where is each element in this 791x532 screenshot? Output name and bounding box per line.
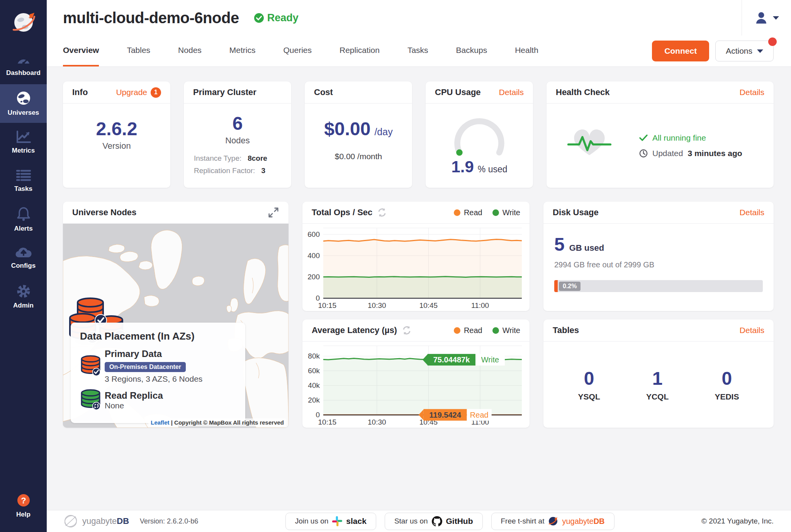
tab-backups[interactable]: Backups: [456, 36, 487, 66]
disk-percent-label: 0.2%: [559, 282, 581, 291]
github-link[interactable]: Star us on GitHub: [385, 513, 483, 530]
replica-db-icon: [80, 389, 102, 411]
help-icon: ?: [16, 493, 31, 508]
data-placement-panel: Data Placement (In AZs): [71, 323, 245, 423]
sidebar-item-universes[interactable]: Universes: [0, 84, 47, 123]
primary-data-row: Primary Data On-Premises Datacenter 3 Re…: [80, 348, 236, 384]
globe-icon: [16, 90, 31, 106]
svg-text:11:00: 11:00: [471, 301, 489, 309]
chart-legend: Read Write: [454, 208, 520, 217]
tasks-list-icon: [16, 169, 31, 182]
sidebar-item-label: Universes: [8, 109, 39, 117]
card-title: Disk Usage: [553, 207, 599, 218]
footer: yugabyteDB Version: 2.6.2.0-b6 Join us o…: [47, 510, 791, 532]
tab-overview[interactable]: Overview: [63, 36, 99, 66]
write-dot: [492, 327, 499, 334]
sidebar-item-tasks[interactable]: Tasks: [0, 161, 47, 200]
app-window: Dashboard Universes Metrics: [0, 0, 791, 532]
primary-cluster-card: Primary Cluster 6 Nodes Instance Type: 8…: [184, 82, 291, 188]
upgrade-count-badge: 1: [151, 87, 161, 98]
cpu-percent: 1.9: [451, 158, 474, 176]
avg-latency-card: Average Latency (µs) Read Wr: [302, 320, 530, 428]
disk-free-text: 2994 GB free out of 2999 GB: [554, 260, 654, 269]
connect-button[interactable]: Connect: [652, 41, 709, 61]
svg-text:60k: 60k: [308, 367, 320, 375]
avg-latency-chart: 020k40k60k80k10:1510:3010:4511:0075.0448…: [302, 342, 530, 428]
card-title: Health Check: [556, 87, 609, 97]
svg-text:10:30: 10:30: [368, 301, 386, 309]
health-details-link[interactable]: Details: [740, 88, 764, 97]
cpu-details-link[interactable]: Details: [499, 88, 524, 97]
read-replica-row: Read Replica None: [80, 389, 236, 411]
svg-text:0: 0: [316, 411, 320, 419]
yugabyte-logo[interactable]: [0, 0, 47, 46]
github-icon: [432, 516, 442, 527]
disk-details-link[interactable]: Details: [740, 208, 764, 217]
svg-text:10:15: 10:15: [318, 301, 337, 309]
title-row: multi-cloud-demo-6node Ready: [47, 0, 791, 36]
chevron-down-icon: [773, 16, 779, 20]
tab-nodes[interactable]: Nodes: [178, 36, 202, 66]
sidebar-item-label: Admin: [13, 302, 34, 309]
upgrade-link[interactable]: Upgrade 1: [116, 87, 161, 98]
health-check-card: Health Check Details: [547, 82, 774, 188]
footer-copyright: © 2021 Yugabyte, Inc.: [701, 517, 774, 525]
sidebar-item-configs[interactable]: Configs: [0, 239, 47, 277]
sidebar-item-alerts[interactable]: Alerts: [0, 200, 47, 239]
leaflet-link[interactable]: Leaflet: [151, 419, 169, 426]
disk-usage-card: Disk Usage Details 5 GB used 2994 GB fre…: [543, 202, 774, 311]
tab-tables[interactable]: Tables: [127, 36, 150, 66]
primary-data-desc: 3 Regions, 3 AZS, 6 Nodes: [105, 374, 236, 384]
slack-link[interactable]: Join us on slack: [285, 513, 376, 530]
total-ops-chart: 020040060010:1510:3010:4511:00: [302, 224, 530, 311]
footer-links: Join us on slack Star us on GitHub: [285, 513, 614, 530]
primary-db-icon: [80, 355, 102, 377]
sidebar-item-metrics[interactable]: Metrics: [0, 123, 47, 161]
refresh-icon[interactable]: [402, 325, 412, 335]
sidebar-item-help[interactable]: ? Help: [0, 486, 47, 525]
svg-text:10:45: 10:45: [419, 301, 438, 309]
svg-text:Read: Read: [470, 411, 489, 419]
tab-metrics[interactable]: Metrics: [229, 36, 256, 66]
primary-data-title: Primary Data: [105, 348, 236, 359]
page-title: multi-cloud-demo-6node: [63, 9, 239, 27]
metrics-chart-icon: [16, 130, 31, 144]
world-map[interactable]: Data Placement (In AZs): [63, 224, 289, 428]
ysql-stat: 0 YSQL: [578, 368, 600, 401]
expand-icon[interactable]: [268, 207, 279, 218]
read-replica-title: Read Replica: [105, 390, 236, 401]
card-title: CPU Usage: [435, 87, 481, 97]
cloud-upload-icon: [15, 246, 32, 259]
disk-usage-fill: [554, 280, 558, 292]
tab-replication[interactable]: Replication: [339, 36, 380, 66]
health-status: All running fine: [652, 133, 706, 143]
cost-per-day: $0.00: [324, 118, 370, 139]
tab-health[interactable]: Health: [515, 36, 538, 66]
tables-details-link[interactable]: Details: [740, 326, 764, 335]
nodes-count: 6: [233, 113, 243, 134]
actions-button[interactable]: Actions: [715, 41, 774, 61]
svg-text:0: 0: [316, 294, 320, 302]
refresh-icon[interactable]: [377, 207, 387, 218]
cost-unit: /day: [374, 126, 392, 138]
svg-text:20k: 20k: [308, 396, 320, 404]
cpu-unit: % used: [478, 164, 508, 175]
write-dot: [492, 209, 499, 216]
lower-cards-row: Universe Nodes: [63, 202, 774, 428]
map-attribution: Leaflet | Copyright © MapBox All rights …: [148, 418, 286, 427]
tab-tasks[interactable]: Tasks: [407, 36, 428, 66]
svg-text:?: ?: [21, 496, 26, 505]
user-menu[interactable]: [742, 0, 791, 36]
sidebar-item-dashboard[interactable]: Dashboard: [0, 46, 47, 84]
sidebar-item-admin[interactable]: Admin: [0, 277, 47, 316]
svg-text:10:30: 10:30: [368, 418, 386, 426]
tab-queries[interactable]: Queries: [283, 36, 312, 66]
tshirt-link[interactable]: Free t-shirt at yugabyteDB: [491, 513, 614, 530]
read-dot: [454, 327, 460, 334]
avatar-icon: [754, 11, 768, 25]
main-area: multi-cloud-demo-6node Ready: [47, 0, 791, 532]
sidebar-item-label: Alerts: [14, 225, 32, 233]
svg-text:119.5424: 119.5424: [429, 411, 462, 419]
dashboard-gauge-icon: [15, 53, 32, 66]
yugabyte-sketch-icon: [63, 513, 78, 529]
